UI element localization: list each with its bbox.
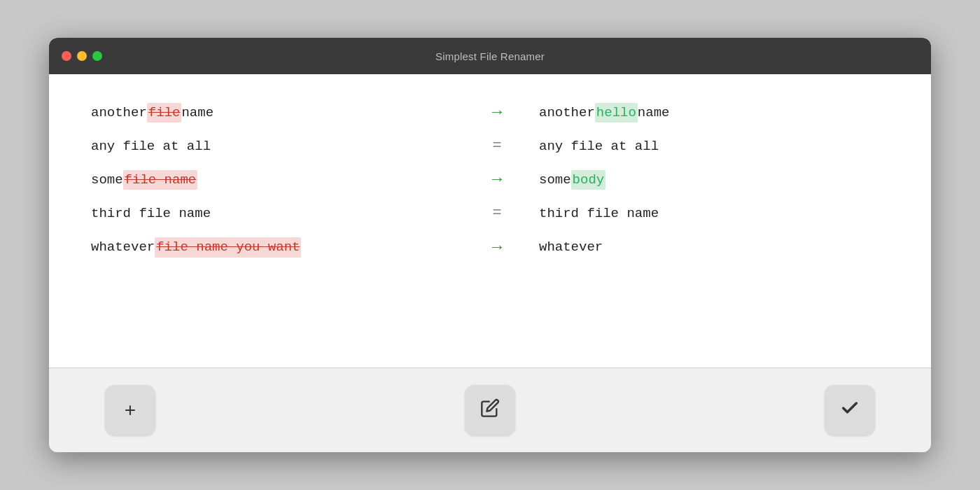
file-row-original: any file at all — [91, 137, 455, 156]
file-row: somefile name→somebody — [91, 162, 889, 197]
text-normal: whatever — [91, 238, 155, 257]
file-row: whateverfile name you want→whatever — [91, 230, 889, 265]
close-button[interactable] — [62, 51, 71, 61]
confirm-button[interactable] — [825, 385, 875, 435]
text-normal: name — [181, 104, 214, 122]
text-normal: any file at all — [539, 137, 659, 156]
file-row-original: another file name — [91, 103, 455, 123]
file-row-original: whateverfile name you want — [91, 237, 455, 258]
minimize-button[interactable] — [77, 51, 87, 61]
checkmark-icon — [840, 398, 860, 423]
file-row-renamed: another hello name — [539, 103, 669, 123]
text-deleted: file — [147, 103, 182, 123]
traffic-lights — [62, 51, 102, 61]
text-normal: whatever — [539, 238, 603, 257]
file-row: any file at all=any file at all — [91, 130, 889, 163]
row-arrow: → — [455, 101, 539, 125]
text-deleted: file name — [123, 170, 198, 190]
edit-button[interactable] — [465, 385, 515, 435]
equal-sign: = — [492, 203, 501, 225]
row-arrow: = — [455, 136, 539, 158]
row-arrow: → — [455, 236, 539, 260]
equal-sign: = — [492, 136, 501, 158]
file-row: another file name→another hello name — [91, 95, 889, 130]
app-window: Simplest File Renamer another file name→… — [49, 38, 931, 452]
row-arrow: → — [455, 168, 539, 192]
plus-icon: + — [125, 399, 136, 421]
pencil-icon — [480, 398, 500, 423]
file-row-renamed: somebody — [539, 170, 606, 190]
text-added: hello — [595, 103, 638, 123]
window-title: Simplest File Renamer — [435, 50, 545, 62]
text-normal: any file at all — [91, 137, 211, 156]
file-row-renamed: third file name — [539, 204, 659, 223]
text-normal: another — [539, 104, 595, 122]
text-normal: some — [91, 171, 123, 190]
file-row-original: third file name — [91, 204, 455, 223]
add-button[interactable]: + — [105, 385, 155, 435]
file-row-renamed: any file at all — [539, 137, 659, 156]
text-added: body — [571, 170, 606, 190]
text-normal: another — [91, 104, 147, 122]
text-normal: some — [539, 171, 571, 190]
file-row-renamed: whatever — [539, 238, 603, 257]
arrow-icon: → — [492, 101, 502, 125]
maximize-button[interactable] — [92, 51, 102, 61]
content-area: another file name→another hello nameany … — [49, 74, 931, 368]
arrow-icon: → — [492, 168, 502, 192]
file-row-original: somefile name — [91, 170, 455, 190]
text-normal: third file name — [539, 204, 659, 223]
text-deleted: file name you want — [155, 237, 301, 258]
titlebar: Simplest File Renamer — [49, 38, 931, 74]
file-list: another file name→another hello nameany … — [91, 95, 889, 265]
text-normal: name — [638, 104, 670, 122]
file-row: third file name=third file name — [91, 197, 889, 230]
toolbar: + — [49, 368, 931, 452]
arrow-icon: → — [492, 236, 502, 260]
row-arrow: = — [455, 203, 539, 225]
text-normal: third file name — [91, 204, 211, 223]
